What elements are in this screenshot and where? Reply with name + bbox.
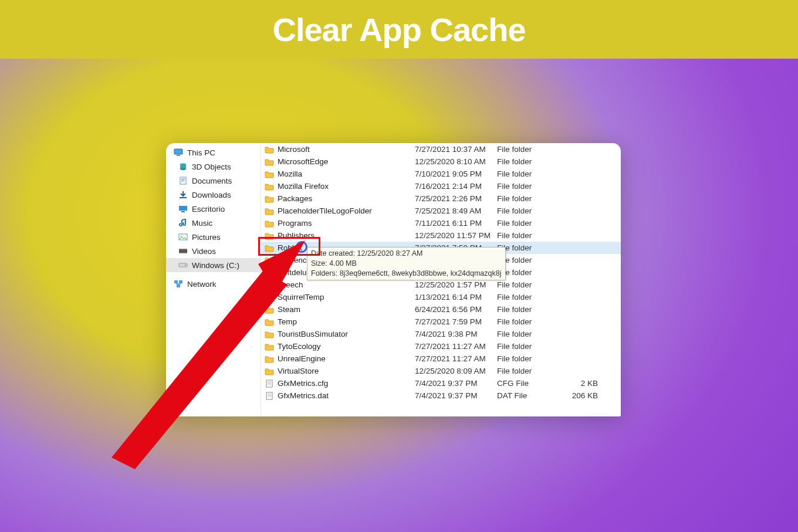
file-name: Programs (275, 219, 415, 228)
music-icon (178, 218, 188, 228)
page-title: Clear App Cache (272, 11, 525, 49)
file-type: File folder (497, 206, 562, 215)
tree-item[interactable]: Documents (166, 174, 261, 188)
tooltip-line: Folders: 8j3eq9eme6ctt, 8wekyb3d8bbwe, k… (311, 269, 502, 279)
file-date: 7/11/2021 6:11 PM (415, 219, 497, 228)
svg-point-4 (180, 168, 186, 170)
page-root: Clear App Cache This PC 3D Objects Docum… (0, 0, 798, 532)
svg-rect-0 (174, 149, 182, 154)
file-type: File folder (497, 280, 562, 289)
tree-this-pc[interactable]: This PC (166, 145, 261, 160)
file-row[interactable]: MicrosoftEdge 12/25/2020 8:10 AM File fo… (261, 155, 621, 168)
file-row[interactable]: speech 12/25/2020 1:57 PM File folder (261, 279, 621, 291)
file-name: MicrosoftEdge (275, 157, 415, 166)
file-row[interactable]: GfxMetrics.dat 7/4/2021 9:37 PM DAT File… (261, 389, 621, 402)
file-row[interactable]: Microsoft 7/27/2021 10:37 AM File folder (261, 143, 621, 155)
cyl-icon (178, 162, 188, 171)
file-date: 7/16/2021 2:14 PM (415, 182, 497, 191)
annotation-arrow-icon (111, 240, 305, 469)
tree-label: Escritorio (192, 205, 225, 214)
file-date: 7/27/2021 11:27 AM (415, 342, 497, 351)
tree-item[interactable]: 3D Objects (166, 160, 261, 174)
file-type: CFG File (497, 379, 562, 388)
svg-rect-5 (180, 177, 186, 184)
file-row[interactable]: TouristBusSimulator 7/4/2021 9:38 PM Fil… (261, 328, 621, 340)
file-type: File folder (497, 354, 562, 363)
file-type: File folder (497, 317, 562, 326)
tree-item[interactable]: Escritorio (166, 202, 261, 216)
tree-item[interactable]: Music (166, 216, 261, 230)
file-row[interactable]: UnrealEngine 7/27/2021 11:27 AM File fol… (261, 353, 621, 365)
file-type: DAT File (497, 391, 562, 400)
file-row[interactable]: GfxMetrics.cfg 7/4/2021 9:37 PM CFG File… (261, 377, 621, 389)
tree-label: Documents (192, 177, 232, 185)
file-type: File folder (497, 194, 562, 203)
file-row[interactable]: PlaceholderTileLogoFolder 7/25/2021 8:49… (261, 205, 621, 217)
info-tooltip: Date created: 12/25/2020 8:27 AM Size: 4… (307, 247, 506, 280)
file-type: File folder (497, 157, 562, 166)
file-type: File folder (497, 170, 562, 178)
file-date: 1/13/2021 6:14 PM (415, 293, 497, 301)
file-row[interactable]: VirtualStore 12/25/2020 8:09 AM File fol… (261, 365, 621, 377)
file-date: 7/4/2021 9:37 PM (415, 379, 497, 388)
file-type: File folder (497, 305, 562, 314)
file-date: 7/10/2021 9:05 PM (415, 170, 497, 178)
tree-label: This PC (187, 148, 215, 157)
folder-icon (263, 219, 275, 228)
file-name: Mozilla (275, 170, 415, 178)
file-date: 7/4/2021 9:37 PM (415, 391, 497, 400)
file-type: File folder (497, 231, 562, 240)
file-size: 2 KB (562, 379, 603, 388)
folder-icon (263, 158, 275, 166)
folder-icon (263, 207, 275, 215)
tree-label: 3D Objects (192, 162, 231, 171)
file-type: File folder (497, 367, 562, 375)
file-row[interactable]: Programs 7/11/2021 6:11 PM File folder (261, 217, 621, 229)
file-type: File folder (497, 330, 562, 338)
file-date: 7/27/2021 11:27 AM (415, 354, 497, 363)
svg-rect-8 (181, 211, 185, 212)
file-name: Microsoft (275, 145, 415, 154)
file-type: File folder (497, 268, 562, 277)
tree-label: Music (192, 219, 212, 228)
tree-label: Downloads (192, 191, 231, 199)
folder-icon (263, 145, 275, 154)
title-banner: Clear App Cache (0, 0, 798, 59)
file-type: File folder (497, 219, 562, 228)
file-name: PlaceholderTileLogoFolder (275, 206, 415, 215)
folder-icon (263, 195, 275, 203)
file-name: Mozilla Firefox (275, 182, 415, 191)
svg-rect-6 (180, 197, 187, 198)
file-name: Packages (275, 194, 415, 203)
file-row[interactable]: Steam 6/24/2021 6:56 PM File folder (261, 303, 621, 316)
file-date: 12/25/2020 8:10 AM (415, 157, 497, 166)
file-row[interactable]: TytoEcology 7/27/2021 11:27 AM File fold… (261, 340, 621, 353)
tree-item[interactable]: Downloads (166, 188, 261, 202)
file-row[interactable]: Mozilla 7/10/2021 9:05 PM File folder (261, 168, 621, 180)
file-date: 7/25/2021 8:49 AM (415, 206, 497, 215)
file-type: File folder (497, 342, 562, 351)
file-date: 12/25/2020 8:09 AM (415, 367, 497, 375)
file-row[interactable]: Mozilla Firefox 7/16/2021 2:14 PM File f… (261, 180, 621, 192)
svg-marker-22 (111, 271, 288, 469)
file-row[interactable]: Packages 7/25/2021 2:26 PM File folder (261, 192, 621, 205)
file-date: 12/25/2020 1:57 PM (415, 280, 497, 289)
file-date: 7/27/2021 10:37 AM (415, 145, 497, 154)
file-date: 7/25/2021 2:26 PM (415, 194, 497, 203)
file-date: 6/24/2021 6:56 PM (415, 305, 497, 314)
file-row[interactable]: SquirrelTemp 1/13/2021 6:14 PM File fold… (261, 291, 621, 303)
doc-icon (178, 176, 188, 185)
desk-icon (178, 204, 188, 214)
file-row[interactable]: Temp 7/27/2021 7:59 PM File folder (261, 316, 621, 328)
file-type: File folder (497, 256, 562, 265)
file-type: File folder (497, 145, 562, 154)
file-date: 7/4/2021 9:38 PM (415, 330, 497, 338)
folder-icon (263, 170, 275, 178)
file-date: 12/25/2020 11:57 PM (415, 231, 497, 240)
tooltip-line: Size: 4.00 MB (311, 259, 502, 269)
file-type: File folder (497, 243, 562, 252)
file-list: Microsoft 7/27/2021 10:37 AM File folder… (261, 143, 621, 416)
pc-icon (173, 148, 184, 157)
file-type: File folder (497, 293, 562, 301)
file-type: File folder (497, 182, 562, 191)
